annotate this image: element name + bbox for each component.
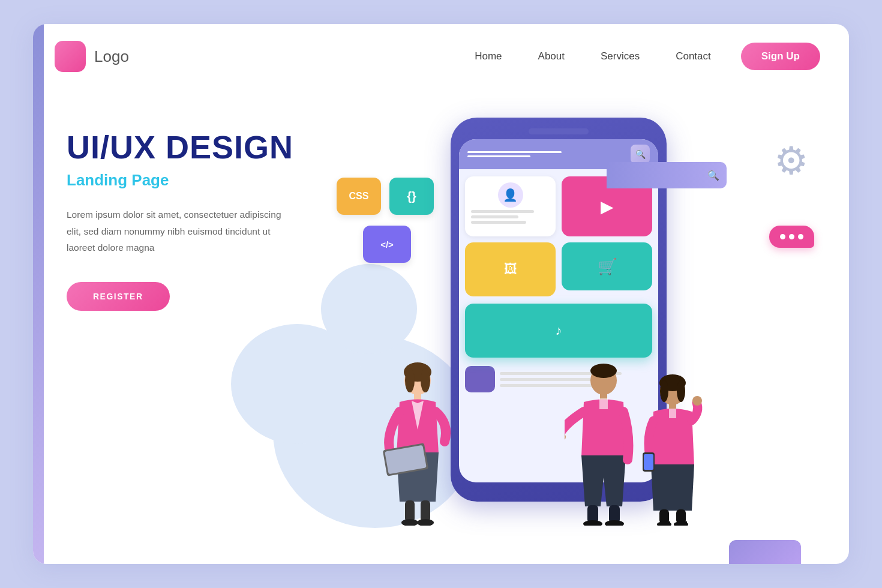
logo-text: Logo — [94, 47, 129, 66]
svg-point-28 — [692, 396, 702, 406]
svg-rect-14 — [599, 398, 608, 409]
app-card-user: 👤 — [465, 176, 556, 236]
main-card: Logo Home About Services Contact Sign Up… — [33, 24, 849, 564]
search-bar-extended: 🔍 — [607, 162, 727, 188]
nav-item-about[interactable]: About — [538, 50, 565, 62]
logo-icon — [55, 41, 86, 72]
gear-icon: ⚙ — [774, 142, 808, 180]
right-panel: CSS {} </> — [319, 106, 820, 526]
search-line-2 — [467, 155, 530, 157]
chat-dot-3 — [798, 234, 803, 239]
app-grid: 👤 ▶ — [459, 169, 658, 304]
braces-tag: {} — [389, 178, 434, 215]
cart-icon: 🛒 — [598, 257, 617, 276]
line-3 — [471, 221, 526, 224]
svg-point-22 — [660, 380, 668, 402]
play-icon: ▶ — [601, 197, 614, 217]
search-lines — [467, 151, 625, 157]
user-icon: 👤 — [498, 182, 523, 208]
person-1-woman-laptop — [379, 358, 457, 526]
css-tag: CSS — [337, 178, 381, 215]
nav-link-contact[interactable]: Contact — [676, 50, 711, 62]
nav-links: Home About Services Contact — [475, 50, 711, 62]
app-card-image: 🖼 — [465, 242, 556, 296]
chat-bubble — [769, 226, 814, 248]
search-line-1 — [467, 151, 562, 153]
user-card-lines — [471, 208, 550, 226]
svg-rect-7 — [405, 500, 415, 522]
app-card-cart: 🛒 — [562, 242, 652, 290]
svg-point-3 — [421, 368, 430, 392]
svg-point-9 — [401, 519, 418, 526]
phone-notch — [529, 128, 589, 134]
nav-item-home[interactable]: Home — [475, 50, 502, 62]
bottom-accent — [729, 540, 801, 564]
nav-item-contact[interactable]: Contact — [676, 50, 711, 62]
signup-button[interactable]: Sign Up — [741, 43, 820, 70]
svg-rect-34 — [685, 521, 687, 526]
register-button[interactable]: REGISTER — [67, 282, 170, 311]
people-illustration — [379, 334, 799, 526]
svg-point-10 — [417, 519, 434, 526]
nav-link-about[interactable]: About — [538, 50, 565, 62]
hero-subtitle: Landing Page — [67, 171, 319, 190]
nav-item-services[interactable]: Services — [601, 50, 640, 62]
main-content: UI/UX DESIGN Landing Page Lorem ipsum do… — [33, 82, 849, 538]
chat-dot-2 — [789, 234, 794, 239]
svg-point-2 — [405, 368, 415, 392]
left-panel: UI/UX DESIGN Landing Page Lorem ipsum do… — [67, 106, 319, 311]
hero-description: Lorem ipsum dolor sit amet, consectetuer… — [67, 206, 295, 255]
person-3-woman-phone — [637, 370, 709, 526]
nav-link-services[interactable]: Services — [601, 50, 640, 62]
svg-point-19 — [605, 520, 624, 526]
svg-rect-33 — [668, 521, 670, 526]
svg-point-12 — [590, 364, 617, 378]
nav-link-home[interactable]: Home — [475, 50, 502, 62]
search-ext-icon: 🔍 — [707, 170, 719, 181]
svg-point-18 — [583, 520, 602, 526]
navbar: Logo Home About Services Contact Sign Up — [33, 24, 849, 82]
chat-dot-1 — [780, 234, 785, 239]
person-2-man-pointing — [565, 358, 643, 526]
search-icon: 🔍 — [631, 145, 650, 164]
html-tag: </> — [363, 226, 411, 263]
svg-point-23 — [677, 380, 685, 402]
logo-area: Logo — [55, 41, 129, 72]
svg-rect-25 — [669, 409, 676, 418]
hero-title: UI/UX DESIGN — [67, 130, 319, 165]
line-2 — [471, 215, 518, 218]
svg-rect-27 — [644, 454, 653, 470]
line-1 — [471, 210, 534, 213]
svg-rect-8 — [421, 500, 430, 522]
image-icon: 🖼 — [504, 262, 517, 277]
